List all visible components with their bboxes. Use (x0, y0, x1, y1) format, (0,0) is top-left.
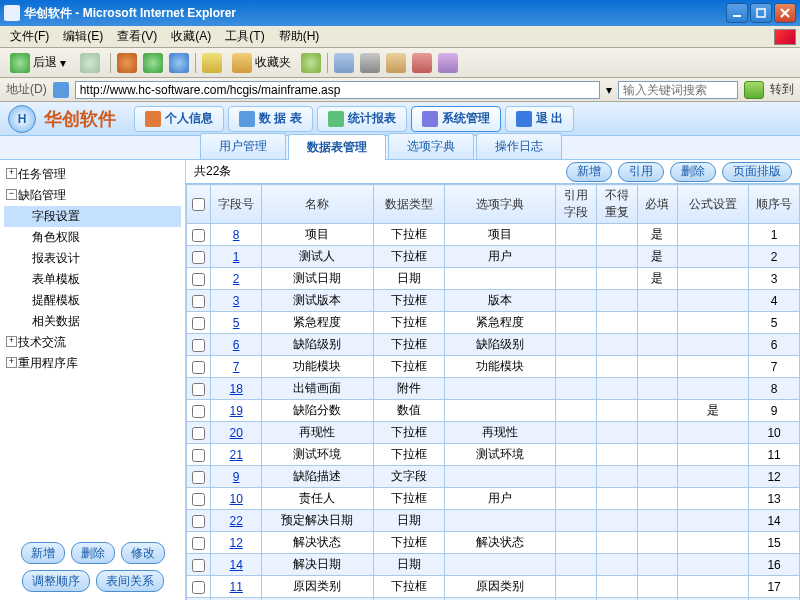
row-checkbox[interactable] (192, 383, 205, 396)
row-checkbox-cell[interactable] (187, 576, 211, 598)
field-number-link[interactable]: 22 (211, 510, 262, 532)
tree-child-字段设置[interactable]: 字段设置 (4, 206, 181, 227)
layout-button[interactable]: 页面排版 (722, 162, 792, 182)
field-number-link[interactable]: 19 (211, 400, 262, 422)
table-scroll[interactable]: 字段号名称数据类型选项字典引用字段不得重复必填公式设置顺序号 8项目下拉框项目是… (186, 184, 800, 600)
favorites-button[interactable]: 收藏夹 (228, 51, 295, 75)
field-number-link[interactable]: 11 (211, 576, 262, 598)
maximize-button[interactable] (750, 3, 772, 23)
sidebar-delete-button[interactable]: 删除 (71, 542, 115, 564)
row-checkbox[interactable] (192, 251, 205, 264)
col-header[interactable]: 公式设置 (678, 185, 749, 224)
field-number-link[interactable]: 3 (211, 290, 262, 312)
menu-tools[interactable]: 工具(T) (219, 26, 270, 47)
row-checkbox[interactable] (192, 471, 205, 484)
tree-child-提醒模板[interactable]: 提醒模板 (4, 290, 181, 311)
sidebar-relation-button[interactable]: 表间关系 (96, 570, 164, 592)
refresh-icon[interactable] (143, 53, 163, 73)
menu-help[interactable]: 帮助(H) (273, 26, 326, 47)
field-number-link[interactable]: 1 (211, 246, 262, 268)
row-checkbox-cell[interactable] (187, 246, 211, 268)
field-number-link[interactable]: 14 (211, 554, 262, 576)
delete-button[interactable]: 删除 (670, 162, 716, 182)
sidebar-order-button[interactable]: 调整顺序 (22, 570, 90, 592)
row-checkbox-cell[interactable] (187, 290, 211, 312)
history-icon[interactable] (301, 53, 321, 73)
row-checkbox-cell[interactable] (187, 312, 211, 334)
col-header[interactable]: 选项字典 (444, 185, 556, 224)
tree-node-技术交流[interactable]: 技术交流 (4, 332, 181, 353)
subtab-数据表管理[interactable]: 数据表管理 (288, 134, 386, 160)
edit-icon[interactable] (386, 53, 406, 73)
field-number-link[interactable]: 7 (211, 356, 262, 378)
field-number-link[interactable]: 21 (211, 444, 262, 466)
field-number-link[interactable]: 9 (211, 466, 262, 488)
row-checkbox[interactable] (192, 537, 205, 550)
subtab-操作日志[interactable]: 操作日志 (476, 133, 562, 159)
row-checkbox[interactable] (192, 405, 205, 418)
row-checkbox[interactable] (192, 229, 205, 242)
row-checkbox-cell[interactable] (187, 334, 211, 356)
field-number-link[interactable]: 10 (211, 488, 262, 510)
row-checkbox-cell[interactable] (187, 466, 211, 488)
row-checkbox[interactable] (192, 449, 205, 462)
nav-个人信息[interactable]: 个人信息 (134, 106, 224, 132)
nav-数据表[interactable]: 数 据 表 (228, 106, 313, 132)
row-checkbox-cell[interactable] (187, 224, 211, 246)
row-checkbox[interactable] (192, 559, 205, 572)
print-icon[interactable] (360, 53, 380, 73)
field-number-link[interactable]: 6 (211, 334, 262, 356)
col-header[interactable]: 引用字段 (556, 185, 597, 224)
mail-icon[interactable] (334, 53, 354, 73)
home-icon[interactable] (169, 53, 189, 73)
menu-view[interactable]: 查看(V) (111, 26, 163, 47)
nav-退出[interactable]: 退 出 (505, 106, 574, 132)
col-header[interactable]: 字段号 (211, 185, 262, 224)
menu-edit[interactable]: 编辑(E) (57, 26, 109, 47)
chevron-down-icon[interactable]: ▾ (606, 83, 612, 97)
row-checkbox-cell[interactable] (187, 268, 211, 290)
row-checkbox[interactable] (192, 427, 205, 440)
row-checkbox-cell[interactable] (187, 554, 211, 576)
tree-node-重用程序库[interactable]: 重用程序库 (4, 353, 181, 374)
row-checkbox[interactable] (192, 273, 205, 286)
row-checkbox-cell[interactable] (187, 532, 211, 554)
row-checkbox-cell[interactable] (187, 444, 211, 466)
back-button[interactable]: 后退▾ (6, 51, 70, 75)
row-checkbox-cell[interactable] (187, 378, 211, 400)
row-checkbox[interactable] (192, 339, 205, 352)
row-checkbox-cell[interactable] (187, 510, 211, 532)
tree-child-相关数据[interactable]: 相关数据 (4, 311, 181, 332)
tree-child-报表设计[interactable]: 报表设计 (4, 248, 181, 269)
tree-node-缺陷管理[interactable]: 缺陷管理 (4, 185, 181, 206)
field-number-link[interactable]: 8 (211, 224, 262, 246)
field-number-link[interactable]: 18 (211, 378, 262, 400)
col-header[interactable]: 名称 (262, 185, 374, 224)
row-checkbox[interactable] (192, 581, 205, 594)
field-number-link[interactable]: 5 (211, 312, 262, 334)
field-number-link[interactable]: 2 (211, 268, 262, 290)
field-number-link[interactable]: 20 (211, 422, 262, 444)
col-header[interactable]: 必填 (637, 185, 678, 224)
row-checkbox-cell[interactable] (187, 422, 211, 444)
col-header[interactable]: 不得重复 (596, 185, 637, 224)
row-checkbox-cell[interactable] (187, 400, 211, 422)
col-header[interactable]: 顺序号 (749, 185, 800, 224)
address-input[interactable] (75, 81, 600, 99)
nav-统计报表[interactable]: 统计报表 (317, 106, 407, 132)
research-icon[interactable] (438, 53, 458, 73)
quote-button[interactable]: 引用 (618, 162, 664, 182)
messenger-icon[interactable] (412, 53, 432, 73)
tree-node-任务管理[interactable]: 任务管理 (4, 164, 181, 185)
row-checkbox[interactable] (192, 515, 205, 528)
sidebar-add-button[interactable]: 新增 (21, 542, 65, 564)
add-button[interactable]: 新增 (566, 162, 612, 182)
minimize-button[interactable] (726, 3, 748, 23)
go-button[interactable] (744, 81, 764, 99)
stop-icon[interactable] (117, 53, 137, 73)
tree-child-角色权限[interactable]: 角色权限 (4, 227, 181, 248)
row-checkbox[interactable] (192, 493, 205, 506)
row-checkbox[interactable] (192, 295, 205, 308)
tree-child-表单模板[interactable]: 表单模板 (4, 269, 181, 290)
row-checkbox-cell[interactable] (187, 356, 211, 378)
